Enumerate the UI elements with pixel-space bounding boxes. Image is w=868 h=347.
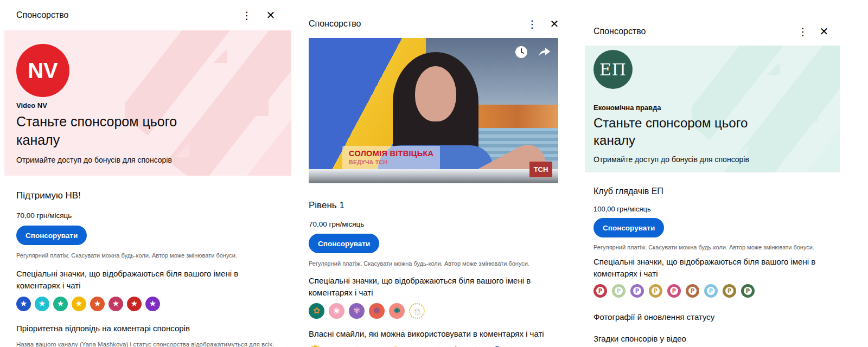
thumbnail-desk <box>309 169 558 183</box>
recurring-payment-note: Регулярний платіж. Скасувати можна будь-… <box>309 260 564 267</box>
custom-emoji-bird <box>409 344 422 347</box>
custom-emoji-duck <box>489 344 502 347</box>
sponsor-seal-lightblue: Р <box>704 284 718 298</box>
sponsor-seal-red: Р <box>593 284 607 298</box>
custom-emoji-fire <box>449 344 462 347</box>
close-icon[interactable]: ✕ <box>818 25 831 38</box>
loyalty-badges-row: РРРРРРРРР <box>593 284 829 298</box>
custom-emoji-row <box>309 344 564 347</box>
screenshot-canvas: Спонсорство ⋮ ✕ NV Video NV Станьте спон… <box>0 0 868 347</box>
custom-emoji-heart <box>369 344 382 347</box>
perk-priority-label: Пріоритетна відповідь на коментарі спонс… <box>16 323 276 335</box>
channel-logo-nv: NV <box>16 44 69 97</box>
channel-name: Video NV <box>16 101 291 110</box>
star-badge-cyan: ★ <box>35 297 49 311</box>
tier-price: 70,00 грн/місяць <box>16 211 276 220</box>
dialog-title: Спонсорство <box>309 19 361 29</box>
banner-headline: Станьте спонсором цього каналу <box>16 112 203 149</box>
star-badge-orange: ★ <box>90 297 105 311</box>
perk-badges-label: Спеціальні значки, що відображаються біл… <box>16 268 278 292</box>
channel-logo-text: NV <box>28 59 58 83</box>
sponsorship-footer-note: Назва вашого каналу (Yana Mashkova) і ст… <box>16 340 277 347</box>
sponsor-seal-pink: Р <box>667 284 681 298</box>
dialog-title: Спонсорство <box>16 10 68 20</box>
custom-emoji-goose-cup <box>469 344 482 347</box>
footer-text: Назва вашого каналу (Yana Mashkova) і ст… <box>16 341 274 347</box>
watch-later-icon[interactable] <box>514 45 528 59</box>
perk-badges-label: Спеціальні значки, що відображаються біл… <box>593 256 829 280</box>
kebab-menu-icon[interactable]: ⋮ <box>240 9 253 22</box>
folk-badge-coral-flower: ❁ <box>369 303 385 319</box>
video-thumbnail[interactable]: СОЛОМІЯ ВІТВІЦЬКА ВЕДУЧА ТСН ТСН <box>309 38 558 183</box>
perk-shoutouts-label: Згадки спонсорів у відео <box>593 333 829 345</box>
caption-presenter-name: СОЛОМІЯ ВІТВІЦЬКА <box>349 149 433 158</box>
sponsorship-dialog-ep: Спонсорство ⋮ ✕ ЕП Економічна правда Ста… <box>585 17 840 347</box>
banner-headline: Станьте спонсором цього каналу <box>593 114 759 149</box>
recurring-payment-note: Регулярний платіж. Скасувати можна будь-… <box>16 252 276 259</box>
star-badge-crimson: ★ <box>108 297 123 311</box>
tier-name: Рівень 1 <box>309 200 564 211</box>
loyalty-badges-row: ★★★★★★★★ <box>16 297 276 311</box>
banner-subheadline: Отримайте доступ до бонусів для спонсорі… <box>593 155 840 164</box>
dialog-header: Спонсорство ⋮ ✕ <box>0 0 291 30</box>
custom-emoji-goose <box>349 344 362 347</box>
sponsor-seal-gold: Р <box>649 284 662 298</box>
channel-logo-ep: ЕП <box>593 50 633 89</box>
lower-third-caption: СОЛОМІЯ ВІТВІЦЬКА ВЕДУЧА ТСН <box>342 146 440 169</box>
sponsor-button[interactable]: Спонсорувати <box>309 234 379 253</box>
custom-emoji-scribble <box>329 344 342 347</box>
sponsor-seal-olive: Р <box>723 284 736 298</box>
dialog-header: Спонсорство ⋮ ✕ <box>309 10 564 38</box>
custom-emoji-goose-phone <box>429 344 442 347</box>
folk-badge-purple-flower: ✾ <box>349 303 365 319</box>
folk-badge-salmon-star: ✺ <box>389 303 405 319</box>
tier-price: 70,00 грн/місяць <box>309 220 564 228</box>
kebab-menu-icon[interactable]: ⋮ <box>526 17 539 30</box>
channel-banner: NV Video NV Станьте спонсором цього кана… <box>4 30 291 176</box>
sponsorship-dialog-tsn: Спонсорство ⋮ ✕ СОЛОМІЯ ВІТВІЦЬКА ВЕДУЧА… <box>309 10 564 346</box>
share-icon[interactable] <box>537 45 551 59</box>
star-badge-red: ★ <box>127 297 142 311</box>
custom-emoji-fist <box>389 344 402 347</box>
star-badge-purple: ★ <box>145 297 160 311</box>
tier-price: 100,00 грн/місяць <box>593 205 829 213</box>
tier-name: Підтримую НВ! <box>16 190 276 201</box>
sponsor-button[interactable]: Спонсорувати <box>16 226 87 245</box>
sponsor-seal-purple: Р <box>630 284 644 298</box>
perk-emoji-label: Власні смайли, які можна використовувати… <box>309 328 564 340</box>
kebab-menu-icon[interactable]: ⋮ <box>796 25 809 38</box>
perk-photos-label: Фотографії й оновлення статусу <box>593 311 829 323</box>
sponsor-seal-lightgreen: Р <box>612 284 626 298</box>
folk-badge-goose <box>409 303 425 319</box>
close-icon[interactable]: ✕ <box>548 17 561 30</box>
folk-badge-tulip: ✿ <box>309 303 324 319</box>
tsn-channel-logo: ТСН <box>529 162 552 177</box>
dialog-header: Спонсорство ⋮ ✕ <box>585 17 840 46</box>
channel-banner: ЕП Економічна правда Станьте спонсором ц… <box>585 46 840 172</box>
tier-name: Клуб глядачів ЕП <box>593 187 829 196</box>
perk-badges-label: Спеціальні значки, що відображаються біл… <box>309 275 559 299</box>
recurring-payment-note: Регулярний платіж. Скасувати можна будь-… <box>593 244 829 250</box>
banner-subheadline: Отримайте доступ до бонусів для спонсорі… <box>16 156 291 164</box>
channel-logo-text: ЕП <box>599 60 627 79</box>
sponsorship-dialog-video-nv: Спонсорство ⋮ ✕ NV Video NV Станьте спон… <box>0 0 291 347</box>
caption-presenter-role: ВЕДУЧА ТСН <box>349 159 433 165</box>
sponsor-seal-green: Р <box>741 284 755 298</box>
sponsor-button[interactable]: Спонсорувати <box>593 218 664 237</box>
close-icon[interactable]: ✕ <box>264 9 277 22</box>
channel-name: Економічна правда <box>593 104 840 112</box>
custom-emoji-sunflower <box>309 344 322 347</box>
star-badge-teal: ★ <box>53 297 68 311</box>
thumbnail-presenter-face <box>415 66 456 121</box>
loyalty-badges-row: ✿❀✾❁✺ <box>309 303 564 319</box>
star-badge-blue: ★ <box>16 297 31 311</box>
dialog-title: Спонсорство <box>593 27 646 36</box>
sponsor-seal-brown: Р <box>686 284 699 298</box>
star-badge-yellow: ★ <box>72 297 86 311</box>
folk-badge-pink-flower: ❀ <box>329 303 344 319</box>
